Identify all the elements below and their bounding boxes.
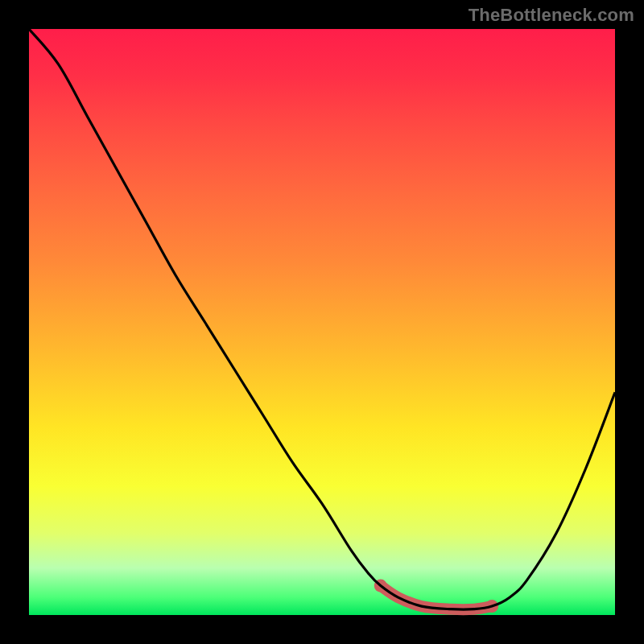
bottleneck-curve xyxy=(29,29,615,609)
credit-label: TheBottleneck.com xyxy=(469,5,634,26)
plot-area xyxy=(29,29,615,615)
chart-svg xyxy=(29,29,615,615)
chart-frame: TheBottleneck.com xyxy=(0,0,644,644)
